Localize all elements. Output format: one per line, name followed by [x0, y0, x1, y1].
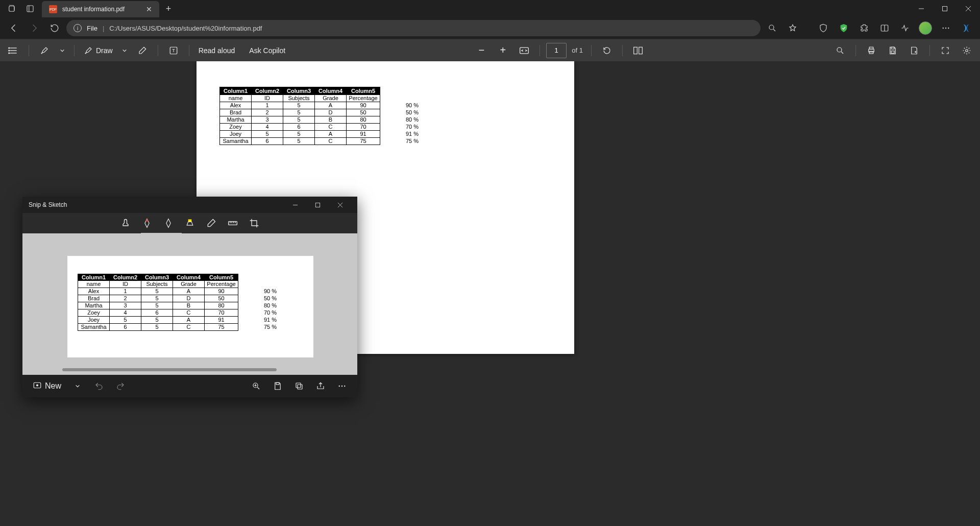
student-table: Column1 Column2 Column3 Column4 Column5 … — [219, 87, 380, 145]
snip-sketch-window: Snip & Sketch Column1Column2Column3Colum… — [22, 197, 357, 397]
refresh-button[interactable] — [46, 19, 63, 37]
contents-toggle-icon[interactable] — [4, 41, 22, 60]
snip-new-button[interactable]: New — [30, 378, 64, 394]
snip-undo-button[interactable] — [91, 378, 107, 394]
fullscreen-button[interactable] — [936, 41, 954, 60]
favorite-button[interactable] — [784, 19, 801, 37]
col5-header: Column5 — [347, 87, 380, 95]
snip-student-table: Column1Column2Column3Column4Column5 name… — [78, 274, 238, 331]
security-shield-icon[interactable] — [835, 19, 852, 37]
pencil-icon[interactable] — [162, 217, 175, 229]
more-menu-button[interactable] — [937, 19, 954, 37]
svg-line-26 — [841, 52, 843, 54]
snip-more-button[interactable] — [334, 378, 350, 394]
col3-header: Column3 — [283, 87, 315, 95]
snip-save-button[interactable] — [270, 378, 286, 394]
svg-rect-49 — [276, 382, 279, 385]
svg-rect-34 — [315, 203, 320, 207]
tab-actions-icon[interactable] — [26, 4, 35, 13]
col1-header: Column1 — [220, 87, 252, 95]
page-number-input[interactable] — [546, 43, 567, 58]
snip-h-scrollbar[interactable] — [62, 368, 277, 371]
save-button[interactable] — [884, 41, 902, 60]
svg-point-19 — [9, 53, 10, 54]
draw-dropdown[interactable] — [119, 41, 130, 60]
snip-share-button[interactable] — [312, 378, 329, 394]
col2-header: Column2 — [252, 87, 283, 95]
rotate-button[interactable] — [598, 41, 616, 60]
table-cell: Percentage — [347, 95, 380, 102]
ruler-icon[interactable] — [227, 217, 239, 229]
performance-icon[interactable] — [896, 19, 914, 37]
erase-button[interactable] — [133, 41, 152, 60]
highlight-dropdown[interactable] — [57, 41, 68, 60]
eraser-icon[interactable] — [205, 217, 217, 229]
svg-point-7 — [769, 25, 774, 30]
svg-point-32 — [966, 49, 968, 52]
workspaces-icon[interactable] — [7, 4, 16, 13]
snip-redo-button[interactable] — [112, 378, 129, 394]
snip-zoom-button[interactable] — [248, 378, 264, 394]
window-maximize-button[interactable] — [933, 0, 957, 17]
pdf-toolbar: Draw T Read aloud Ask Copilot − + of 1 — [0, 39, 980, 61]
back-button[interactable] — [5, 19, 22, 37]
highlighter-icon[interactable] — [184, 217, 196, 229]
copilot-button[interactable] — [958, 19, 975, 37]
window-minimize-button[interactable] — [910, 0, 933, 17]
svg-rect-50 — [298, 385, 302, 389]
snip-title-label: Snip & Sketch — [29, 201, 67, 208]
find-button[interactable] — [831, 41, 849, 60]
url-separator: | — [103, 25, 104, 32]
pdf-favicon-icon: PDF — [49, 5, 57, 13]
snip-maximize-button[interactable] — [306, 197, 329, 213]
touch-writing-icon[interactable] — [119, 217, 132, 229]
svg-rect-4 — [943, 7, 947, 11]
new-tab-button[interactable]: + — [159, 0, 178, 17]
svg-line-46 — [257, 387, 259, 389]
window-close-button[interactable] — [957, 0, 980, 17]
snip-copy-button[interactable] — [291, 378, 307, 394]
address-bar[interactable]: i File | C:/Users/ASUS/Desktop/student%2… — [66, 20, 761, 36]
table-cell: Grade — [315, 95, 347, 102]
svg-rect-51 — [296, 383, 301, 388]
snip-close-button[interactable] — [329, 197, 351, 213]
save-as-button[interactable] — [905, 41, 923, 60]
pdf-settings-button[interactable] — [958, 41, 976, 60]
page-view-button[interactable] — [629, 41, 647, 60]
print-button[interactable] — [862, 41, 880, 60]
site-info-icon[interactable]: i — [74, 24, 82, 32]
ask-copilot-button[interactable]: Ask Copilot — [246, 41, 288, 60]
tab-close-button[interactable]: ✕ — [146, 5, 152, 13]
tracking-prevention-icon[interactable] — [815, 19, 832, 37]
snip-new-dropdown[interactable] — [69, 378, 86, 394]
zoom-out-button[interactable]: − — [472, 41, 491, 60]
svg-line-8 — [773, 29, 775, 31]
highlight-button[interactable] — [35, 41, 54, 60]
draw-label: Draw — [96, 46, 113, 55]
profile-avatar[interactable] — [917, 19, 934, 37]
crop-icon[interactable] — [248, 217, 260, 229]
snip-new-label: New — [45, 381, 61, 391]
read-aloud-button[interactable]: Read aloud — [195, 41, 238, 60]
ballpoint-pen-icon[interactable] — [141, 217, 153, 229]
snip-minimize-button[interactable] — [284, 197, 306, 213]
draw-button[interactable]: Draw — [81, 41, 116, 60]
svg-point-17 — [9, 47, 10, 49]
svg-text:T: T — [172, 48, 175, 53]
svg-rect-37 — [188, 220, 192, 222]
table-cell: Subjects — [283, 95, 315, 102]
zoom-in-button[interactable]: + — [494, 41, 512, 60]
snip-canvas[interactable]: Column1Column2Column3Column4Column5 name… — [22, 233, 357, 375]
split-screen-icon[interactable] — [876, 19, 893, 37]
read-aloud-label: Read aloud — [199, 46, 235, 55]
zoom-indicator-icon[interactable] — [764, 19, 781, 37]
browser-tab[interactable]: PDF student information.pdf ✕ — [42, 1, 159, 17]
add-text-button[interactable]: T — [164, 41, 183, 60]
snip-titlebar[interactable]: Snip & Sketch — [22, 197, 357, 213]
fit-width-button[interactable] — [515, 41, 533, 60]
snip-percentage-column: 90 %50 %80 %70 %91 %75 % — [256, 288, 277, 330]
forward-button[interactable] — [26, 19, 43, 37]
table-cell: ID — [252, 95, 283, 102]
extensions-icon[interactable] — [855, 19, 873, 37]
svg-rect-1 — [27, 6, 33, 12]
